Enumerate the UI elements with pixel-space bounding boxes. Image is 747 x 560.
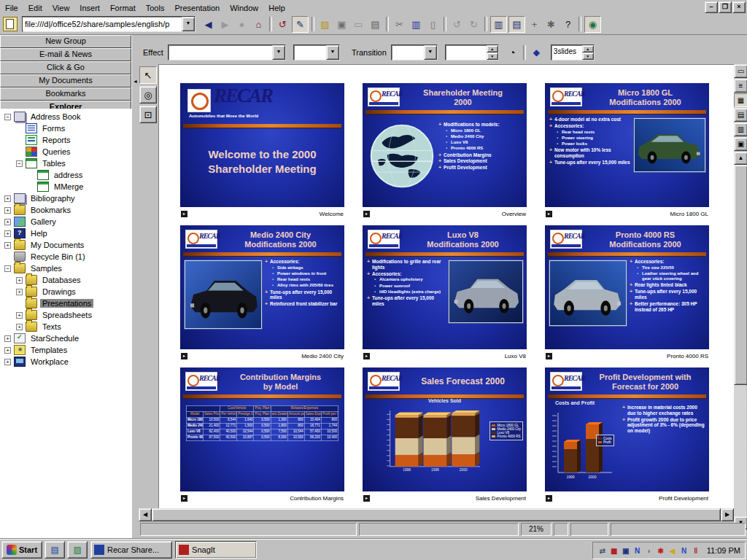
forward-icon[interactable]: ▶ (217, 17, 233, 32)
slide-thumbnail-welcome[interactable]: RECARAutomobiles that Move the WorldWelc… (180, 83, 344, 207)
stop-icon[interactable]: ● (234, 17, 249, 32)
transition-dropdown-arrow[interactable]: ▼ (424, 45, 437, 60)
save-document-icon[interactable]: ▣ (334, 17, 349, 32)
mouse-settings-icon[interactable]: ◗ (644, 545, 654, 556)
effect-dropdown[interactable]: ▼ (168, 44, 286, 61)
presentation-box-icon[interactable]: ⊡ (139, 106, 157, 123)
vertical-scroll-track[interactable] (734, 385, 746, 516)
tree-item-drawings[interactable]: +Drawings (0, 286, 131, 298)
transition-indicator-icon[interactable]: ▸ (363, 211, 370, 217)
help-agent-icon[interactable]: ? (560, 17, 576, 32)
sidebar-button-e-mail-news[interactable]: E-mail & News (0, 48, 131, 61)
scroll-right-icon[interactable]: ▶ (721, 508, 734, 521)
expander-minus-icon[interactable]: − (16, 160, 23, 167)
menu-item-format[interactable]: Format (105, 2, 141, 14)
modem-status-icon[interactable]: ‖ (691, 545, 701, 556)
slide-thumbnail-sales-development[interactable]: RECARSales Forecast 2000Vehicles Sold 19… (363, 368, 527, 491)
expander-plus-icon[interactable]: + (4, 335, 11, 342)
insert-icon[interactable]: + (527, 17, 542, 32)
transition-indicator-icon[interactable]: ▸ (181, 211, 187, 217)
sidebar-button-my-documents[interactable]: My Documents (0, 74, 131, 88)
volume-icon[interactable]: ◀ (667, 545, 678, 556)
task-button-recar-share[interactable]: Recar Share... (90, 541, 172, 559)
expander-plus-icon[interactable]: + (4, 207, 11, 214)
edit-file-icon[interactable]: ✎ (292, 16, 309, 33)
notes-view-button[interactable]: ▤ (734, 108, 747, 122)
capture-quicklaunch-icon[interactable]: ▧ (67, 541, 88, 559)
handout-view-button[interactable]: ▥ (734, 122, 747, 136)
autopilot-icon[interactable]: ✱ (543, 17, 559, 32)
tree-item-reports[interactable]: Reports (0, 134, 131, 146)
tree-item-templates[interactable]: +Templates (0, 344, 131, 356)
menu-item-tools[interactable]: Tools (141, 2, 170, 14)
slide-thumbnail-medio-2400-city[interactable]: RECARMedio 2400 CityModifications 2000 +… (180, 225, 344, 349)
horizontal-scrollbar[interactable]: ◀ ▶ (139, 508, 734, 520)
tree-item-gallery[interactable]: +Gallery (0, 216, 131, 228)
slide-thumbnail-pronto-4000-rs[interactable]: RECARPronto 4000 RSModifications 2000 +A… (545, 225, 709, 349)
start-presentation-button[interactable]: ▣ (734, 137, 747, 151)
send-mail-icon[interactable]: ▭ (351, 17, 366, 32)
menu-item-presentation[interactable]: Presentation (169, 2, 225, 14)
dialup-networking-icon[interactable]: ⇄ (597, 545, 608, 556)
transition-indicator-icon[interactable]: ▸ (546, 495, 552, 502)
slide-thumbnail-overview[interactable]: RECARShareholder Meeting2000 +Modificati… (363, 83, 527, 207)
undo-icon[interactable]: ↺ (449, 17, 465, 32)
slides-spin-down[interactable]: ▼ (582, 52, 594, 60)
sidebar-button-bookmarks[interactable]: Bookmarks (0, 88, 131, 101)
menu-item-file[interactable]: File (0, 2, 23, 14)
tree-item-forms[interactable]: Forms (0, 122, 131, 134)
effect-speed-dropdown-arrow[interactable]: ▼ (326, 45, 339, 60)
print-icon[interactable]: ▤ (368, 17, 383, 32)
menu-item-window[interactable]: Window (225, 2, 263, 14)
tree-item-help[interactable]: +Help (0, 228, 131, 239)
restore-button[interactable]: ❐ (719, 1, 732, 13)
transition-indicator-icon[interactable]: ▸ (546, 211, 552, 217)
splitter-collapse-icon[interactable]: ◄ (133, 79, 138, 84)
tree-item-samples[interactable]: −Samples (0, 262, 131, 274)
expander-minus-icon[interactable]: − (4, 114, 11, 120)
drawing-view-button[interactable]: ▭ (734, 64, 747, 78)
transition-indicator-icon[interactable]: ▸ (181, 353, 187, 359)
scroll-left-icon[interactable]: ◀ (139, 508, 152, 521)
tree-item-address-book[interactable]: −Address Book (0, 111, 131, 122)
tree-item-my-documents[interactable]: +My Documents (0, 239, 131, 251)
tree-item-bookmarks[interactable]: +Bookmarks (0, 204, 131, 216)
copy-icon[interactable]: ▥ (409, 17, 424, 32)
menu-item-insert[interactable]: Insert (74, 2, 105, 14)
expander-plus-icon[interactable]: + (16, 289, 23, 295)
outline-view-button[interactable]: ≡ (734, 79, 747, 93)
effect-speed-dropdown[interactable]: ▼ (293, 44, 340, 61)
antivirus-shield-icon[interactable]: N (679, 545, 689, 556)
sidebar-button-new-group[interactable]: New Group (0, 35, 131, 48)
effect-dropdown-arrow[interactable]: ▼ (272, 45, 285, 60)
redo-icon[interactable]: ↻ (466, 17, 481, 32)
select-pointer-icon[interactable]: ↖ (139, 66, 157, 84)
preview-clock-icon[interactable]: ◔ (505, 45, 520, 61)
tree-item-bibliography[interactable]: +Bibliography (0, 192, 131, 204)
slides-per-row-field[interactable]: 3slides▲▼ (551, 44, 595, 61)
expander-plus-icon[interactable]: + (4, 195, 11, 202)
transition-time-field[interactable]: ▲▼ (445, 44, 499, 61)
tree-item-texts[interactable]: +Texts (0, 321, 131, 332)
zoom-icon[interactable]: ◎ (139, 86, 157, 104)
vertical-scroll-thumb[interactable] (734, 165, 747, 385)
document-quicklaunch-icon[interactable]: ▤ (44, 541, 65, 559)
horizontal-scroll-thumb[interactable] (152, 508, 721, 521)
reload-icon[interactable]: ↺ (275, 17, 290, 32)
netscape-icon[interactable]: N (632, 545, 643, 556)
expander-plus-icon[interactable]: + (4, 359, 11, 365)
task-button-snagit[interactable]: SnagIt (175, 541, 257, 559)
expander-plus-icon[interactable]: + (16, 324, 23, 330)
expander-plus-icon[interactable]: + (4, 347, 11, 354)
tree-item-mmerge[interactable]: MMerge (0, 181, 131, 192)
url-input[interactable] (23, 18, 182, 31)
tree-item-queries[interactable]: Queries (0, 146, 131, 158)
transition-indicator-icon[interactable]: ▸ (546, 353, 552, 359)
time-spin-up[interactable]: ▲ (487, 45, 498, 52)
time-spin-down[interactable]: ▼ (487, 52, 498, 60)
online-layout-icon[interactable]: ◉ (584, 16, 601, 33)
scroll-up-icon[interactable]: ▲ (734, 152, 747, 165)
slide-thumbnail-contribution-margins[interactable]: RECARContribution Marginsby ModelCost/Ve… (180, 368, 344, 491)
start-button[interactable]: Start (1, 541, 42, 559)
transition-indicator-icon[interactable]: ▸ (363, 495, 370, 502)
